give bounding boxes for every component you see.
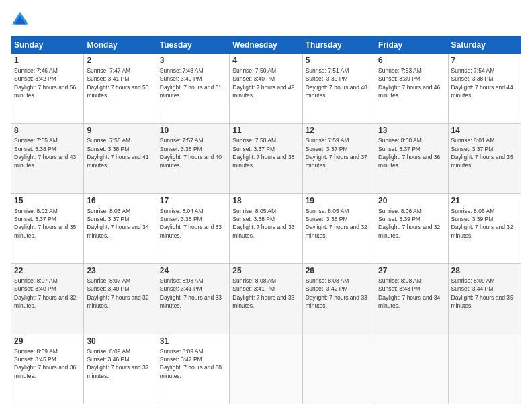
day-number: 12 xyxy=(306,126,372,135)
day-cell: 29 Sunrise: 8:09 AMSunset: 3:45 PMDaylig… xyxy=(11,334,84,404)
day-number: 29 xyxy=(14,336,81,346)
day-number: 3 xyxy=(160,56,226,65)
day-cell xyxy=(230,334,302,404)
day-number: 19 xyxy=(306,196,372,205)
week-row-2: 8 Sunrise: 7:55 AMSunset: 3:38 PMDayligh… xyxy=(11,124,521,193)
day-number: 18 xyxy=(232,196,299,205)
day-cell: 24 Sunrise: 8:08 AMSunset: 3:41 PMDaylig… xyxy=(157,264,229,334)
week-row-1: 1 Sunrise: 7:46 AMSunset: 3:42 PMDayligh… xyxy=(11,54,521,124)
day-cell: 30 Sunrise: 8:09 AMSunset: 3:46 PMDaylig… xyxy=(84,334,157,404)
day-cell: 3 Sunrise: 7:48 AMSunset: 3:40 PMDayligh… xyxy=(157,54,229,124)
day-cell: 4 Sunrise: 7:50 AMSunset: 3:40 PMDayligh… xyxy=(230,54,302,124)
day-header-tuesday: Tuesday xyxy=(157,37,229,54)
day-number: 9 xyxy=(87,126,153,135)
cell-info: Sunrise: 8:08 AMSunset: 3:41 PMDaylight:… xyxy=(160,277,222,309)
day-cell: 18 Sunrise: 8:05 AMSunset: 3:38 PMDaylig… xyxy=(230,193,302,263)
day-number: 31 xyxy=(160,336,226,346)
cell-info: Sunrise: 7:48 AMSunset: 3:40 PMDaylight:… xyxy=(160,67,222,99)
calendar-table: SundayMondayTuesdayWednesdayThursdayFrid… xyxy=(11,36,521,404)
header xyxy=(11,11,521,30)
day-cell: 6 Sunrise: 7:53 AMSunset: 3:39 PMDayligh… xyxy=(375,54,448,124)
cell-info: Sunrise: 7:54 AMSunset: 3:38 PMDaylight:… xyxy=(451,67,513,99)
day-cell: 17 Sunrise: 8:04 AMSunset: 3:38 PMDaylig… xyxy=(157,193,229,263)
day-number: 25 xyxy=(232,266,299,275)
day-cell: 14 Sunrise: 8:01 AMSunset: 3:37 PMDaylig… xyxy=(448,124,521,193)
cell-info: Sunrise: 8:01 AMSunset: 3:37 PMDaylight:… xyxy=(451,137,513,169)
cell-info: Sunrise: 8:07 AMSunset: 3:40 PMDaylight:… xyxy=(87,277,148,309)
day-cell: 28 Sunrise: 8:09 AMSunset: 3:44 PMDaylig… xyxy=(448,264,521,334)
cell-info: Sunrise: 7:57 AMSunset: 3:38 PMDaylight:… xyxy=(160,137,222,169)
cell-info: Sunrise: 7:51 AMSunset: 3:39 PMDaylight:… xyxy=(306,67,367,99)
cell-info: Sunrise: 8:08 AMSunset: 3:42 PMDaylight:… xyxy=(306,277,367,309)
day-number: 13 xyxy=(378,126,445,135)
day-cell: 20 Sunrise: 8:06 AMSunset: 3:39 PMDaylig… xyxy=(375,193,448,263)
cell-info: Sunrise: 8:04 AMSunset: 3:38 PMDaylight:… xyxy=(160,208,222,239)
day-cell: 31 Sunrise: 8:09 AMSunset: 3:47 PMDaylig… xyxy=(157,334,229,404)
cell-info: Sunrise: 8:08 AMSunset: 3:41 PMDaylight:… xyxy=(232,277,294,309)
day-cell: 21 Sunrise: 8:06 AMSunset: 3:39 PMDaylig… xyxy=(448,193,521,263)
day-cell: 5 Sunrise: 7:51 AMSunset: 3:39 PMDayligh… xyxy=(302,54,375,124)
day-number: 7 xyxy=(451,56,518,65)
day-cell: 25 Sunrise: 8:08 AMSunset: 3:41 PMDaylig… xyxy=(230,264,302,334)
cell-info: Sunrise: 7:59 AMSunset: 3:37 PMDaylight:… xyxy=(306,137,367,169)
day-cell: 19 Sunrise: 8:05 AMSunset: 3:38 PMDaylig… xyxy=(302,193,375,263)
week-row-5: 29 Sunrise: 8:09 AMSunset: 3:45 PMDaylig… xyxy=(11,334,521,404)
cell-info: Sunrise: 8:05 AMSunset: 3:38 PMDaylight:… xyxy=(306,208,367,239)
day-cell: 15 Sunrise: 8:02 AMSunset: 3:37 PMDaylig… xyxy=(11,193,84,263)
cell-info: Sunrise: 8:08 AMSunset: 3:43 PMDaylight:… xyxy=(378,277,440,309)
cell-info: Sunrise: 8:09 AMSunset: 3:44 PMDaylight:… xyxy=(451,277,513,309)
calendar-header-row: SundayMondayTuesdayWednesdayThursdayFrid… xyxy=(11,37,521,54)
day-number: 27 xyxy=(378,266,445,275)
week-row-3: 15 Sunrise: 8:02 AMSunset: 3:37 PMDaylig… xyxy=(11,193,521,263)
cell-info: Sunrise: 7:50 AMSunset: 3:40 PMDaylight:… xyxy=(232,67,294,99)
day-number: 8 xyxy=(14,126,81,135)
day-cell xyxy=(448,334,521,404)
cell-info: Sunrise: 7:55 AMSunset: 3:38 PMDaylight:… xyxy=(14,137,76,169)
week-row-4: 22 Sunrise: 8:07 AMSunset: 3:40 PMDaylig… xyxy=(11,264,521,334)
day-cell: 27 Sunrise: 8:08 AMSunset: 3:43 PMDaylig… xyxy=(375,264,448,334)
day-cell: 2 Sunrise: 7:47 AMSunset: 3:41 PMDayligh… xyxy=(84,54,157,124)
day-number: 22 xyxy=(14,266,81,275)
day-number: 14 xyxy=(451,126,518,135)
cell-info: Sunrise: 7:56 AMSunset: 3:38 PMDaylight:… xyxy=(87,137,148,169)
day-header-friday: Friday xyxy=(375,37,448,54)
cell-info: Sunrise: 8:03 AMSunset: 3:37 PMDaylight:… xyxy=(87,208,148,239)
day-cell: 22 Sunrise: 8:07 AMSunset: 3:40 PMDaylig… xyxy=(11,264,84,334)
day-number: 24 xyxy=(160,266,226,275)
day-number: 23 xyxy=(87,266,153,275)
day-number: 5 xyxy=(306,56,372,65)
cell-info: Sunrise: 7:53 AMSunset: 3:39 PMDaylight:… xyxy=(378,67,440,99)
day-cell: 11 Sunrise: 7:58 AMSunset: 3:37 PMDaylig… xyxy=(230,124,302,193)
cell-info: Sunrise: 8:06 AMSunset: 3:39 PMDaylight:… xyxy=(451,208,513,239)
cell-info: Sunrise: 7:58 AMSunset: 3:37 PMDaylight:… xyxy=(232,137,294,169)
page: SundayMondayTuesdayWednesdayThursdayFrid… xyxy=(0,0,532,411)
cell-info: Sunrise: 8:09 AMSunset: 3:45 PMDaylight:… xyxy=(14,348,76,379)
day-header-sunday: Sunday xyxy=(11,37,84,54)
day-cell: 1 Sunrise: 7:46 AMSunset: 3:42 PMDayligh… xyxy=(11,54,84,124)
day-number: 11 xyxy=(232,126,299,135)
cell-info: Sunrise: 7:46 AMSunset: 3:42 PMDaylight:… xyxy=(14,67,76,99)
day-header-monday: Monday xyxy=(84,37,157,54)
day-number: 15 xyxy=(14,196,81,205)
day-cell xyxy=(302,334,375,404)
day-cell: 10 Sunrise: 7:57 AMSunset: 3:38 PMDaylig… xyxy=(157,124,229,193)
day-cell: 9 Sunrise: 7:56 AMSunset: 3:38 PMDayligh… xyxy=(84,124,157,193)
day-header-wednesday: Wednesday xyxy=(230,37,302,54)
day-number: 16 xyxy=(87,196,153,205)
day-number: 21 xyxy=(451,196,518,205)
day-number: 17 xyxy=(160,196,226,205)
logo xyxy=(11,11,32,30)
day-cell: 8 Sunrise: 7:55 AMSunset: 3:38 PMDayligh… xyxy=(11,124,84,193)
day-number: 20 xyxy=(378,196,445,205)
day-cell: 7 Sunrise: 7:54 AMSunset: 3:38 PMDayligh… xyxy=(448,54,521,124)
day-number: 10 xyxy=(160,126,226,135)
cell-info: Sunrise: 8:09 AMSunset: 3:46 PMDaylight:… xyxy=(87,348,148,379)
cell-info: Sunrise: 8:05 AMSunset: 3:38 PMDaylight:… xyxy=(232,208,294,239)
day-header-thursday: Thursday xyxy=(302,37,375,54)
cell-info: Sunrise: 7:47 AMSunset: 3:41 PMDaylight:… xyxy=(87,67,148,99)
day-number: 4 xyxy=(232,56,299,65)
day-number: 6 xyxy=(378,56,445,65)
day-number: 1 xyxy=(14,56,81,65)
cell-info: Sunrise: 8:06 AMSunset: 3:39 PMDaylight:… xyxy=(378,208,440,239)
logo-icon xyxy=(11,11,30,30)
